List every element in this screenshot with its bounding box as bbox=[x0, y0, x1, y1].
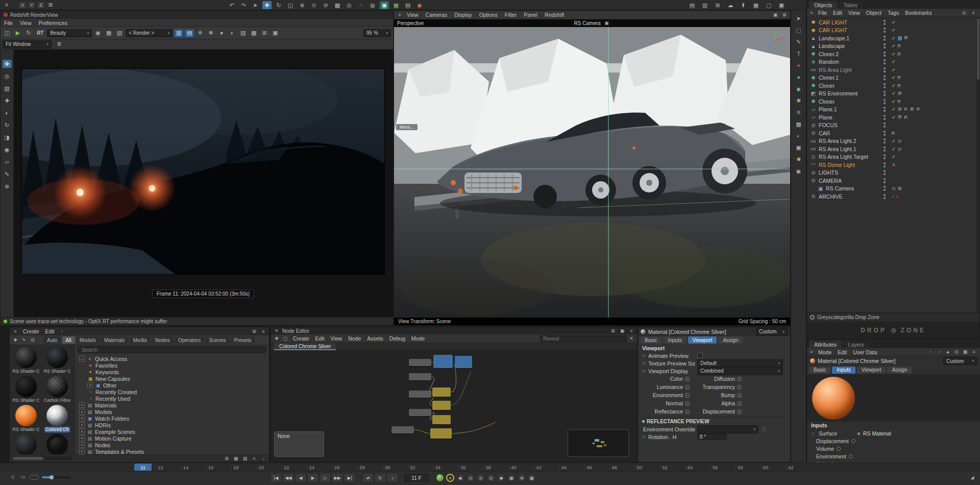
prev-key-button[interactable]: ◀◀ bbox=[283, 473, 294, 482]
enable-toggle[interactable]: ✓ bbox=[892, 154, 896, 159]
editor-visibility-dot[interactable] bbox=[884, 28, 886, 30]
drop-zone-target[interactable]: DROP ⚙ ZONE bbox=[807, 322, 979, 339]
axis-lock-button[interactable]: Z bbox=[37, 2, 45, 9]
input-port-row[interactable]: Environment bbox=[807, 452, 980, 460]
mode-tab[interactable]: Viewport bbox=[857, 367, 886, 374]
enable-toggle[interactable]: ✓ bbox=[892, 59, 896, 64]
beauty-pass-select[interactable]: Beauty▾ bbox=[47, 29, 92, 37]
enable-toggle[interactable]: ✓ bbox=[892, 91, 896, 96]
frame-tick[interactable]: 14 bbox=[181, 465, 188, 470]
tree-item[interactable]: ▣ New Capsules bbox=[75, 375, 269, 382]
target-icon[interactable]: ⊕ bbox=[3, 182, 12, 190]
tree-item[interactable]: ◔ Recently Used bbox=[75, 395, 269, 402]
second-monitor-icon[interactable]: ▥ bbox=[700, 1, 709, 9]
target-tag-icon[interactable]: ◎ bbox=[892, 186, 896, 191]
undo-icon[interactable]: ↶ bbox=[227, 1, 236, 9]
frame-tick[interactable]: 12 bbox=[156, 465, 163, 470]
render-visibility-dot[interactable] bbox=[884, 118, 886, 120]
render-visibility-dot[interactable] bbox=[884, 94, 886, 96]
parent-icon[interactable]: ▲ bbox=[944, 349, 951, 355]
object-row[interactable]: ⊘ CAR P. ◎ ⊞ ● ● bbox=[807, 129, 980, 137]
enable-toggle[interactable]: ✓ bbox=[892, 107, 896, 112]
scale-tool-icon[interactable]: ◱ bbox=[286, 1, 295, 9]
annotate-icon[interactable]: ✎ bbox=[3, 170, 12, 178]
cube-primitive-icon[interactable]: ▢ bbox=[794, 26, 803, 34]
shader-node[interactable] bbox=[409, 391, 431, 398]
region-tool-icon[interactable]: ▧ bbox=[3, 84, 12, 92]
material-tag-icon[interactable] bbox=[910, 107, 915, 112]
phong-tag[interactable]: P. bbox=[917, 107, 920, 112]
add-node-icon[interactable]: ✚ bbox=[273, 335, 280, 342]
expander-icon[interactable]: + bbox=[79, 422, 85, 428]
render-visibility-dot[interactable] bbox=[884, 110, 886, 112]
enable-toggle[interactable]: ✓ bbox=[892, 75, 896, 80]
editor-visibility-dot[interactable] bbox=[884, 91, 886, 93]
next-key-button[interactable]: ▶▶ bbox=[332, 473, 343, 482]
render-visibility-dot[interactable] bbox=[884, 86, 886, 88]
menu-item[interactable]: File bbox=[1, 19, 16, 27]
show-image-icon[interactable]: ▩ bbox=[249, 29, 258, 37]
keyframe-diamond-icon[interactable]: ◇ bbox=[642, 361, 646, 366]
menu-item[interactable]: Create bbox=[20, 327, 42, 335]
asset-thumbnail[interactable]: Colored Ch bbox=[42, 405, 72, 432]
render-visibility-dot[interactable] bbox=[884, 62, 886, 64]
search-input[interactable] bbox=[77, 346, 267, 353]
side-compare-icon[interactable]: ▤ bbox=[185, 29, 194, 37]
project-settings-button[interactable]: ⊞ bbox=[518, 474, 526, 482]
sphere-primitive-icon[interactable]: ● bbox=[794, 73, 803, 81]
channel-port[interactable] bbox=[737, 409, 742, 414]
history-back-icon[interactable]: ‹ bbox=[927, 349, 934, 355]
material-tag-icon[interactable] bbox=[898, 91, 902, 96]
mode-tab[interactable]: Assign bbox=[718, 336, 743, 344]
loop-playback-button[interactable]: ⇄ bbox=[362, 473, 374, 482]
input-port-row[interactable]: Volume bbox=[807, 445, 980, 452]
ab-compare-icon[interactable]: ▥ bbox=[174, 29, 183, 37]
keyframe-selection-button[interactable]: ◉ bbox=[456, 474, 464, 482]
hamburger-icon[interactable]: ≡ bbox=[396, 12, 403, 18]
render-visibility-dot[interactable] bbox=[884, 165, 886, 167]
frame-tick[interactable]: 44 bbox=[559, 465, 567, 470]
menu-item[interactable]: Edit bbox=[42, 327, 58, 335]
render-settings-icon[interactable]: ▤ bbox=[403, 1, 412, 9]
frame-tick[interactable]: 46 bbox=[584, 465, 592, 470]
play-button[interactable]: ▶ bbox=[307, 473, 318, 482]
horizontal-scrollbar[interactable] bbox=[12, 456, 72, 460]
download-icon[interactable]: ↓ bbox=[260, 455, 267, 462]
custom-preset-select[interactable]: Custom▾ bbox=[943, 357, 977, 365]
connection-port[interactable] bbox=[851, 439, 855, 443]
node-editor-tab[interactable]: Colored Chrome Silver bbox=[274, 343, 336, 350]
float-icon[interactable]: ▣ bbox=[619, 328, 626, 334]
pan-hand-icon[interactable]: ▱ bbox=[3, 158, 12, 166]
tree-item[interactable]: − ≡ Quick Access bbox=[75, 355, 269, 362]
shader-node[interactable] bbox=[409, 373, 431, 380]
shader-node[interactable] bbox=[409, 359, 431, 366]
texture-node[interactable] bbox=[430, 428, 452, 439]
region-render-icon[interactable]: ▧ bbox=[115, 29, 124, 37]
menu-item[interactable]: Mode bbox=[408, 334, 428, 343]
menu-item[interactable]: Object bbox=[863, 9, 885, 17]
renderview-canvas[interactable]: Frame 11: 2024-04-04 03:52:00 (3m:50s) bbox=[14, 50, 393, 317]
tree-item[interactable]: + ▤ Templates & Presets bbox=[75, 448, 269, 454]
light-tool-icon[interactable]: ✺ bbox=[794, 155, 803, 163]
animate-preview-checkbox[interactable] bbox=[697, 353, 703, 358]
modeling-mode-icon[interactable]: ◍ bbox=[368, 1, 377, 9]
mograph-icon[interactable]: ✲ bbox=[794, 108, 803, 116]
category-tab[interactable]: Scenes bbox=[205, 336, 229, 344]
material-preview-area[interactable] bbox=[807, 374, 980, 421]
hamburger-icon[interactable]: ≡ bbox=[2, 1, 11, 9]
panel-tab[interactable]: Takes bbox=[839, 1, 863, 9]
delete-icon[interactable]: ⊟ bbox=[29, 337, 36, 344]
zoom-select[interactable]: 95 %▾ bbox=[363, 29, 391, 37]
category-tab[interactable]: Nodes bbox=[152, 336, 174, 344]
snapshot-icon[interactable]: ◉ bbox=[93, 29, 103, 37]
panel-tab[interactable]: Attributes bbox=[809, 341, 842, 348]
enable-toggle[interactable]: ✓ bbox=[892, 138, 896, 143]
hamburger-icon[interactable]: ≡ bbox=[808, 10, 815, 16]
gear-icon[interactable]: ⚙ bbox=[55, 40, 64, 48]
frame-tick[interactable]: 32 bbox=[408, 465, 415, 470]
render-visibility-dot[interactable] bbox=[884, 39, 886, 41]
channel-port[interactable] bbox=[737, 377, 742, 381]
magnetic-timeline-button[interactable]: ▦ bbox=[528, 474, 536, 482]
hamburger-icon[interactable]: ≡ bbox=[808, 349, 815, 355]
material-tag-icon[interactable] bbox=[904, 36, 909, 40]
